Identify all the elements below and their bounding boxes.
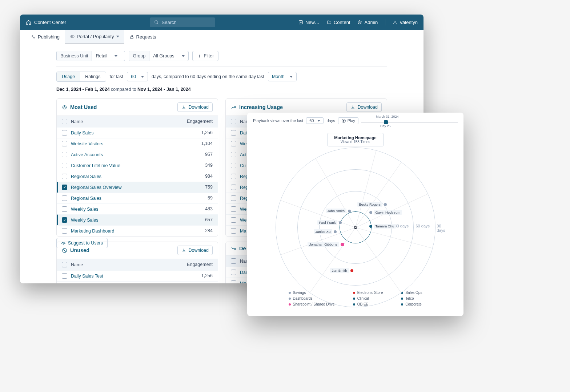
checkbox[interactable] <box>231 130 236 136</box>
checkbox[interactable] <box>62 228 67 234</box>
ban-icon <box>62 248 67 253</box>
table-row[interactable]: Regional Sales984 <box>57 171 218 182</box>
checkbox[interactable] <box>231 174 236 179</box>
checkbox[interactable] <box>231 163 236 168</box>
checkbox-all[interactable] <box>231 258 236 264</box>
tab-publishing[interactable]: Publishing <box>26 30 65 44</box>
table-row[interactable]: Active Accounts957 <box>57 149 218 160</box>
row-name: Regional Sales Overview <box>71 185 122 190</box>
checkbox[interactable] <box>62 273 67 279</box>
checkbox-all[interactable] <box>62 262 67 267</box>
table-row[interactable]: ✓Regional Sales Overview759 <box>57 182 218 193</box>
new-button[interactable]: New… <box>298 20 320 25</box>
group-select[interactable]: Group All Groups <box>129 51 188 61</box>
divider <box>385 19 385 25</box>
panel-most-used: Most Used Download Name Engagement Daily… <box>56 98 218 237</box>
usage-ratings-toggle[interactable]: Usage Ratings <box>56 72 106 82</box>
compared-text: days, compared to 60 days ending on the … <box>152 74 264 79</box>
row-name: Active Accounts <box>71 152 103 157</box>
business-unit-select[interactable]: Business Unit Retail <box>56 51 125 61</box>
radar-overlay-card: Playback views over the last 60 days Pla… <box>247 113 463 316</box>
checkbox-all[interactable] <box>231 119 236 124</box>
user-icon <box>393 20 397 25</box>
eye-icon <box>70 34 75 39</box>
checkbox[interactable] <box>62 206 67 212</box>
playback-days-select[interactable]: 60 <box>306 117 324 124</box>
tab-requests[interactable]: Requests <box>124 30 161 44</box>
user-menu[interactable]: Valentyn <box>393 20 418 25</box>
checkbox[interactable] <box>231 206 236 212</box>
chevron-down-icon <box>317 120 320 122</box>
user-node[interactable]: Janice Xu <box>314 229 337 234</box>
slider-thumb[interactable] <box>384 120 388 124</box>
checkbox[interactable] <box>62 130 67 136</box>
download-button[interactable]: Download <box>177 102 213 112</box>
user-node[interactable]: Paul Frank <box>317 220 342 225</box>
content-button[interactable]: Content <box>327 20 350 25</box>
user-node[interactable]: Jan Smith <box>330 268 353 273</box>
table-row[interactable]: Regional Sales59 <box>57 193 218 203</box>
table-row[interactable]: Monthly Website Visitors (v2 test)1,104 <box>57 281 218 283</box>
filter-button[interactable]: Filter <box>192 51 219 61</box>
topbar-right: New… Content Admin Valentyn <box>298 19 418 25</box>
user-node[interactable]: Jonathan Gibbons <box>308 242 344 247</box>
usage-option[interactable]: Usage <box>57 72 80 81</box>
svg-rect-7 <box>130 37 133 39</box>
suggest-button[interactable]: Suggest to Users <box>56 238 108 248</box>
checkbox[interactable] <box>231 270 236 275</box>
user-node[interactable]: Tamara Chu <box>369 224 396 229</box>
user-node[interactable]: Gavin Hedstrom <box>369 210 402 215</box>
search-input[interactable]: Search <box>150 17 215 27</box>
user-node[interactable]: Becky Rogers <box>357 202 387 207</box>
table-row[interactable]: Daily Sales1,256 <box>57 127 218 138</box>
checkbox[interactable] <box>231 280 236 283</box>
checkbox[interactable] <box>62 141 67 146</box>
checkbox[interactable] <box>231 195 236 201</box>
checkbox[interactable]: ✓ <box>62 217 67 223</box>
checkbox[interactable] <box>231 185 236 190</box>
checkbox[interactable] <box>62 163 67 168</box>
play-button[interactable]: Play <box>338 117 358 124</box>
row-value: 349 <box>205 163 213 168</box>
timeline-slider[interactable]: March 31, 2024 Day 25 <box>361 117 458 124</box>
checkbox[interactable] <box>62 174 67 179</box>
row-name: We <box>240 207 247 212</box>
table-row[interactable]: Marketing Dashboard284 <box>57 225 218 236</box>
checkbox[interactable]: ✓ <box>62 185 67 190</box>
row-value: 984 <box>205 174 213 179</box>
row-value: 759 <box>205 185 213 190</box>
checkbox[interactable] <box>231 217 236 223</box>
table-row[interactable]: ✓Weekly Sales657 <box>57 214 218 225</box>
download-button[interactable]: Download <box>346 102 382 112</box>
days-select[interactable]: 60 <box>127 72 148 81</box>
row-name: Marketing Dashboard <box>71 229 115 234</box>
tab-bar: Publishing Portal / Popularity Requests <box>20 30 424 44</box>
checkbox[interactable] <box>231 141 236 146</box>
timeline-date: March 31, 2024 <box>376 115 399 118</box>
ratings-option[interactable]: Ratings <box>80 72 105 81</box>
tab-portal-popularity[interactable]: Portal / Popularity <box>65 30 124 44</box>
table-row[interactable]: Customer Lifetime Value349 <box>57 160 218 171</box>
month-select[interactable]: Month <box>268 72 297 81</box>
row-name: Daily Sales Test <box>71 274 103 279</box>
star-badge-icon <box>62 105 67 110</box>
home-link[interactable]: Content Center <box>26 20 66 25</box>
row-name: Weekly Sales <box>71 218 99 223</box>
table-row[interactable]: Daily Sales Test1,256 <box>57 270 218 281</box>
row-name: Act <box>240 152 246 157</box>
svg-point-2 <box>359 21 360 23</box>
radar-chart: Marketing Homepage Viewed 153 Times 1 da… <box>253 133 458 289</box>
checkbox[interactable] <box>62 195 67 201</box>
table-row[interactable]: Weekly Sales483 <box>57 203 218 214</box>
checkbox[interactable] <box>231 152 236 157</box>
row-name: Ma <box>240 229 246 234</box>
table-row[interactable]: Website Visitors1,104 <box>57 138 218 149</box>
user-node[interactable]: John Smith <box>326 209 351 213</box>
checkbox[interactable] <box>62 152 67 157</box>
megaphone-icon <box>61 241 66 246</box>
row-name: Dai <box>240 270 247 275</box>
ring-label: 30 days <box>395 224 409 228</box>
checkbox[interactable] <box>231 228 236 234</box>
admin-button[interactable]: Admin <box>357 20 378 25</box>
checkbox-all[interactable] <box>62 119 67 124</box>
